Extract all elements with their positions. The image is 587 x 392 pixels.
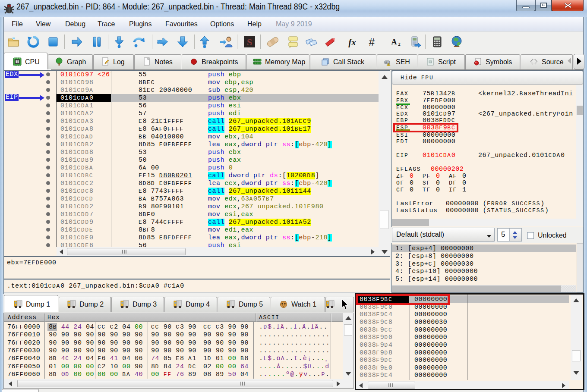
svg-text:2: 2 bbox=[398, 41, 401, 47]
svg-text:S: S bbox=[247, 37, 252, 47]
svg-text:32: 32 bbox=[7, 4, 11, 8]
svg-text:#: # bbox=[369, 36, 375, 48]
svg-text:A: A bbox=[391, 38, 397, 46]
svg-text:fx: fx bbox=[348, 37, 356, 47]
